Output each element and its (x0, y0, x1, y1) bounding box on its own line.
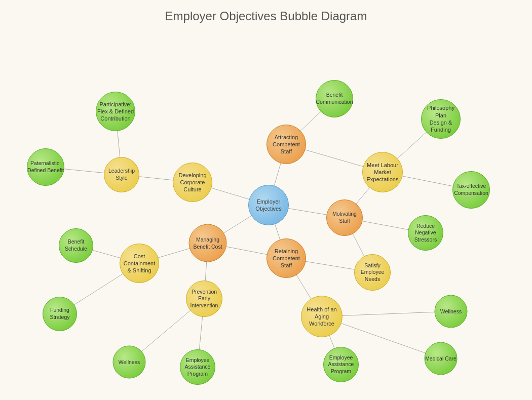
bubble-benefit-schedule: BenefitSchedule (59, 228, 93, 263)
bubble-philosophy-plan: Philosophy PlanDesign &Funding (421, 99, 461, 139)
bubble-reduce-negative: ReduceNegativeStressors (408, 215, 443, 251)
bubble-paternalistic: Paternalistic:Defined Benefit (27, 148, 64, 186)
bubble-employee-assistance-left: EmployeeAssistanceProgram (180, 349, 215, 385)
diagram-container: EmployerObjectivesAttractingCompetentSta… (0, 30, 532, 400)
bubble-participative: Participative:Flex & DefinedContribution (96, 92, 135, 131)
bubble-retaining-staff: RetainingCompetentStaff (267, 238, 306, 278)
bubble-managing-benefit-cost: ManagingBenefit Cost (189, 224, 227, 262)
bubble-satisfy-employee: SatisfyEmployeeNeeds (354, 254, 391, 291)
bubble-benefit-communication: BenefitCommunication (316, 80, 353, 117)
bubble-attracting-staff: AttractingCompetentStaff (267, 125, 306, 164)
bubble-funding-strategy: FundingStrategy (43, 297, 77, 331)
page-title: Employer Objectives Bubble Diagram (0, 0, 532, 23)
bubble-tax-effective: Tax-effectiveCompensation (452, 171, 490, 209)
bubble-leadership-style: LeadershipStyle (104, 157, 139, 192)
bubble-wellness-left: Wellness (113, 346, 146, 379)
bubble-cost-containment: CostContainment& Shifting (120, 244, 159, 283)
bubble-motivating-staff: MotivatingStaff (326, 199, 363, 236)
bubble-health-aging: Health of anAging Workforce (301, 296, 343, 337)
bubble-employee-assistance-right: EmployeeAssistanceProgram (323, 347, 359, 382)
bubble-medical-care: Medical Care (425, 342, 458, 375)
bubble-wellness-right: Wellness (435, 295, 468, 328)
bubble-developing-culture: DevelopingCorporateCulture (173, 163, 212, 202)
bubble-employer-objectives: EmployerObjectives (248, 185, 289, 225)
bubble-meet-labour: Meet LabourMarketExpectations (362, 152, 403, 192)
bubble-prevention: PreventionEarlyIntervention (186, 281, 222, 317)
